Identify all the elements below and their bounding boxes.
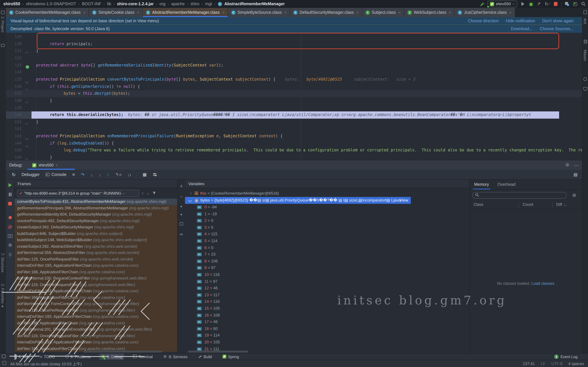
array-item-row[interactable]: 011 = -19 [185, 210, 469, 217]
array-item-row[interactable]: 0112 = 46 [185, 285, 469, 292]
hide-notification-link[interactable]: Hide notification [506, 18, 535, 23]
step-over-button[interactable]: ↷ [81, 172, 85, 177]
infinity-icon[interactable]: ∞ [180, 232, 183, 237]
code-line-133[interactable]: 133protected abstract byte[] getRemember… [6, 62, 582, 69]
force-step-into-button[interactable]: ↓ [99, 172, 101, 177]
view-options-icon[interactable] [153, 172, 157, 177]
close-icon[interactable]: × [356, 10, 359, 14]
close-icon[interactable]: × [449, 10, 451, 14]
breadcrumb-item[interactable]: shiro550 [3, 2, 20, 6]
coverage-button[interactable]: ↻ [545, 1, 550, 7]
code-line-134[interactable]: 134 [6, 69, 582, 76]
code-line-142[interactable]: 142 [6, 126, 582, 133]
frame-row[interactable]: convertBytesToPrincipals:431, AbstractRe… [14, 199, 177, 205]
toolbar-item-run[interactable]: 4: Run [13, 353, 31, 360]
wrench-icon[interactable] [479, 1, 485, 7]
code-line-136[interactable]: 136if (this.getCipherService() != null) … [6, 83, 582, 90]
frame-row[interactable]: doFilterInternal:359, AbstractShiroFilte… [14, 250, 177, 256]
array-item-row[interactable]: 0116 = 108 [185, 312, 469, 318]
implemented-method-icon[interactable] [26, 65, 29, 69]
search-everywhere-icon[interactable] [581, 1, 586, 7]
move-up-icon[interactable]: ▲ [180, 204, 183, 208]
frame-row[interactable]: doFilter:125, OncePerRequestFilter (org.… [14, 256, 177, 262]
sidebar-item-structure[interactable]: 7: Structure [1, 253, 5, 273]
code-line-137[interactable]: 137bytes = this.decrypt(bytes); [6, 90, 582, 97]
variable-this-row[interactable]: this = {CookieRememberMeManager@6516} [185, 190, 469, 197]
frame-row[interactable]: internalDoFilter:193, ApplicationFilterC… [14, 262, 177, 269]
hide-window-icon[interactable]: — [574, 163, 579, 168]
toolbar-item-todo[interactable]: ≡TODO [38, 353, 56, 360]
pause-button[interactable] [8, 192, 12, 197]
memory-settings-gear-icon[interactable] [572, 193, 577, 199]
frame-row[interactable]: doFilter:119, OncePerRequestFilter (org.… [14, 282, 177, 288]
debugger-settings-icon[interactable] [8, 243, 12, 247]
folder-icon[interactable] [1, 43, 5, 47]
frame-row[interactable]: doFilter:166, ApplicationFilterChain (or… [14, 269, 177, 275]
next-frame-icon[interactable]: ↓ [147, 191, 149, 196]
move-down-icon[interactable]: ▼ [180, 213, 183, 216]
editor-tab[interactable]: IWebSubject.class× [404, 8, 455, 17]
tab-overhead[interactable]: Overhead [497, 180, 516, 189]
breadcrumb-item[interactable]: shirodemo-1.0-SNAPSHOT [26, 2, 76, 6]
view-breakpoints-button[interactable] [8, 215, 12, 220]
editor-tab[interactable]: CDefaultSecurityManager.class× [290, 8, 362, 17]
array-item-row[interactable]: 0117 = 46 [185, 318, 469, 325]
code-line-145[interactable]: 145log.debug("There was a failure while … [6, 147, 582, 154]
array-item-row[interactable]: 0119 = 114 [185, 332, 469, 339]
close-icon[interactable]: × [83, 10, 85, 14]
run-button[interactable] [520, 1, 525, 7]
database-icon[interactable] [583, 39, 587, 43]
run-configuration-select[interactable]: shiro550 [488, 1, 517, 7]
array-item-row[interactable]: 0118 = 80 [185, 325, 469, 332]
choose-direction-link[interactable]: Choose direction [468, 18, 499, 23]
run-anything-icon[interactable] [573, 1, 578, 7]
columns-icon[interactable] [3, 361, 6, 366]
code-line-144[interactable]: 144if (log.isDebugEnabled()) { [6, 140, 582, 147]
breadcrumb-item[interactable]: lib [107, 2, 111, 6]
code-line-143[interactable]: 143protected PrincipalCollection onRemem… [6, 133, 582, 140]
code-line-141[interactable]: 141} [6, 119, 582, 126]
toolbar-item-debug[interactable]: 5: Debug [100, 353, 124, 360]
debug-session-tab[interactable]: shiro550 × [30, 161, 60, 170]
code-line-132[interactable]: 132 [6, 55, 582, 62]
frame-row[interactable]: resolvePrincipals:492, DefaultSecurityMa… [14, 218, 177, 224]
array-item-row[interactable]: 019 = 97 [185, 265, 469, 271]
array-item-row[interactable]: 0111 = 97 [185, 278, 469, 285]
toolbar-item-build[interactable]: Build [196, 353, 214, 360]
remove-watch-icon[interactable]: − [180, 194, 182, 199]
sidebar-item-ant[interactable]: Ant [583, 18, 587, 24]
array-item-row[interactable]: 017 = 23 [185, 251, 469, 258]
drop-frame-button[interactable]: ↰× [115, 172, 122, 177]
breadcrumb-item[interactable]: org [159, 2, 165, 6]
breadcrumb-item[interactable]: BOOT-INF [82, 2, 101, 6]
breadcrumb[interactable]: shiro550›shirodemo-1.0-SNAPSHOT›BOOT-INF… [0, 2, 285, 6]
frame-row[interactable]: getRememberedPrincipals:396, AbstractRem… [14, 205, 177, 211]
view-value-link[interactable]: View [400, 197, 408, 204]
column-count[interactable]: Count [523, 202, 533, 207]
frame-row[interactable]: createSubject:292, AbstractShiroFilter (… [14, 243, 177, 250]
layout-icon[interactable]: ≡ [72, 172, 75, 177]
shield-icon[interactable] [583, 87, 587, 91]
array-item-row[interactable]: 016 = 0 [185, 244, 469, 251]
close-icon[interactable]: × [222, 10, 225, 14]
step-out-button[interactable]: ↑ [107, 172, 109, 177]
stop-button[interactable] [8, 201, 12, 206]
frame-row[interactable]: doFilterInternal:201, CharacterEncodingF… [14, 326, 177, 333]
attach-profiler-icon[interactable]: ↱ [536, 1, 542, 7]
tab-memory[interactable]: Memory [474, 180, 489, 189]
column-diff[interactable]: Diff [556, 202, 566, 207]
bean-icon[interactable] [583, 77, 587, 81]
code-line-138[interactable]: 138} [6, 97, 582, 104]
breadcrumb-item[interactable]: AbstractRememberMeManager [224, 2, 285, 6]
toolbar-item-services[interactable]: 8: Services [162, 353, 189, 360]
code-line-146[interactable]: 146} [6, 154, 582, 161]
column-class[interactable]: Class [474, 202, 483, 207]
frame-row[interactable]: internalDoFilter:193, ApplicationFilterC… [14, 288, 177, 294]
array-item-row[interactable]: 0120 = 105 [185, 339, 469, 346]
frame-row[interactable]: doFilter:119, OncePerRequestFilter (org.… [14, 307, 177, 314]
editor-tab[interactable]: CCookieRememberMeManager.class× [6, 8, 89, 17]
frame-row[interactable]: getRememberedIdentity:604, DefaultSecuri… [14, 211, 177, 218]
sidebar-item-maven[interactable]: Maven [583, 50, 587, 61]
download-sources-link[interactable]: Download... [511, 26, 533, 31]
frame-row[interactable]: buildWebSubject:148, WebSubject$Builder … [14, 237, 177, 243]
